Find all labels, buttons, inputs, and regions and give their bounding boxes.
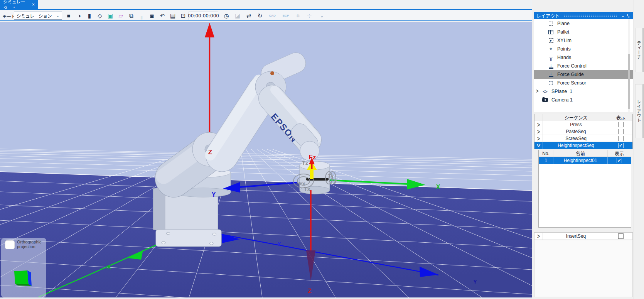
expand-chevron-icon[interactable]: > (537, 232, 540, 240)
sequence-table: シーケンス 表示 > Press > PasteSeq > ScrewSeq >… (534, 114, 633, 149)
expand-chevron-icon[interactable]: > (537, 121, 540, 128)
view-plane-icon[interactable]: ◇ (96, 12, 104, 20)
cad-icon[interactable]: CAD (267, 12, 277, 20)
camera-object-icon (542, 97, 548, 103)
sequence-row-press[interactable]: > Press (534, 121, 632, 128)
tree-item-hands[interactable]: ╥ Hands (534, 53, 633, 62)
tool-z-label: Z (308, 288, 312, 294)
tree-item-splane[interactable]: > ◇ SPlane_1 (534, 87, 633, 96)
tree-item-force-control[interactable]: ↓ Force Control (534, 62, 633, 70)
show-checkbox[interactable] (618, 122, 624, 127)
projection-overlay: Orthographic projection (1, 238, 46, 297)
insert-sequence-row[interactable]: > InsertSeq (534, 232, 633, 240)
layout-panel: レイアウト ⌄ Plane Pallet ▸ XYLim ⌖ Points (532, 0, 634, 299)
collapse-chevron-icon[interactable]: > (535, 144, 543, 147)
tree-item-force-guide[interactable]: ↓ Force Guide (534, 70, 633, 79)
tx-label: Tx (303, 186, 310, 192)
expand-chevron-icon[interactable]: > (537, 128, 540, 135)
tree-item-force-sensor[interactable]: Force Sensor (534, 79, 633, 87)
expand-chevron-icon[interactable]: > (536, 88, 538, 94)
xylim-icon: ▸ (548, 37, 554, 44)
jog-axes-icon[interactable]: ⇄ (245, 12, 253, 20)
sequence-row-heightinspectseq[interactable]: > HeightInspectSeq ✓ (534, 142, 632, 149)
step-table: No. 名前 表示 1 HeightInspect01 ✓ (538, 150, 631, 228)
sequence-column-header: シーケンス (543, 114, 609, 121)
tool-y-label: Y (212, 191, 216, 198)
show-checkbox-checked[interactable]: ✓ (618, 143, 624, 148)
show-objects-icon[interactable]: ▣ (106, 12, 114, 20)
tree-scrollbar-thumb[interactable] (628, 54, 630, 109)
close-icon[interactable]: × (32, 2, 35, 7)
side-tab-teach[interactable]: ティーチ (635, 28, 644, 72)
show-checkbox[interactable] (618, 136, 624, 141)
force-control-icon: ↓ (548, 63, 554, 69)
hand-icon[interactable]: ╥ (138, 12, 145, 20)
tz-label: Tz (302, 159, 309, 166)
ecp-icon[interactable]: ECP (281, 12, 291, 20)
viewport-3d[interactable]: EPSON Z X Y Y (0, 22, 532, 297)
show-checkbox[interactable] (618, 233, 624, 239)
snapshot-icon[interactable]: ⊡ (179, 12, 187, 20)
layout-panel-header[interactable]: レイアウト ⌄ (534, 12, 633, 19)
show-column-header: 表示 (608, 150, 631, 157)
splane-y-label: Y (473, 278, 477, 285)
viewport-bottom-strip (0, 297, 532, 299)
tree-item-plane[interactable]: Plane (534, 19, 633, 28)
sliders-icon[interactable]: ⌗ (294, 12, 302, 20)
tab-simulator[interactable]: シミュレーター * × (0, 0, 38, 9)
world-z-label: Z (208, 149, 212, 156)
expand-chevron-icon[interactable]: > (537, 135, 540, 142)
panel-empty-area (534, 240, 633, 297)
layout-panel-title: レイアウト (536, 12, 560, 19)
toolbar-group-tools: ◷ ◪ ⇄ ↻ CAD ECP ⌗ ⊹ (223, 10, 313, 21)
sequence-row-pasteseq[interactable]: > PasteSeq (534, 128, 632, 135)
toolbar-overflow-chevron-icon[interactable]: ⌄ (320, 14, 324, 19)
show-checkbox[interactable] (618, 129, 624, 134)
step-table-header: No. 名前 表示 (539, 150, 631, 157)
properties-icon[interactable]: ▤ (169, 12, 177, 20)
view-cylinder-icon[interactable]: ▮ (86, 12, 93, 20)
world-x-label: X (107, 264, 111, 270)
view-solid-icon[interactable]: ■ (65, 12, 72, 20)
show-checkbox-checked[interactable]: ✓ (617, 158, 622, 163)
layout-tree: Plane Pallet ▸ XYLim ⌖ Points ╥ Hands ↓ … (534, 19, 633, 112)
view-shaded-icon[interactable]: ◑ (75, 12, 83, 20)
timer-icon[interactable]: ◷ (223, 12, 230, 20)
side-tab-layout[interactable]: レイアウト (635, 84, 644, 138)
mode-dropdown-value: シミュレーション (17, 13, 52, 19)
hands-icon: ╥ (548, 54, 554, 61)
sequence-row-screwseq[interactable]: > ScrewSeq (534, 135, 632, 142)
points-icon: ⌖ (548, 46, 554, 52)
tree-item-points[interactable]: ⌖ Points (534, 45, 633, 53)
tree-item-pallet[interactable]: Pallet (534, 28, 633, 36)
no-column-header: No. (539, 150, 553, 157)
copy-object-icon[interactable]: ⧉ (127, 12, 135, 20)
view-cube-icon[interactable] (13, 269, 34, 287)
tree-item-camera[interactable]: Camera 1 (534, 96, 633, 104)
eraser-icon[interactable]: ◪ (234, 12, 241, 20)
drag-grip-icon[interactable] (563, 14, 617, 17)
mode-dropdown[interactable]: シミュレーション ⌄ (14, 12, 62, 20)
side-tab-strip: ティーチ レイアウト (634, 0, 644, 299)
pallet-icon (548, 29, 554, 35)
force-sensor-icon (548, 80, 554, 86)
robot-elbow-led (270, 71, 274, 75)
camera-icon[interactable]: ◙ (148, 12, 156, 20)
undo-icon[interactable]: ↶ (158, 12, 166, 20)
pin-icon[interactable] (627, 14, 631, 17)
step-row-heightinspect01[interactable]: 1 HeightInspect01 ✓ (539, 157, 631, 164)
show-planes-icon[interactable]: ▱ (117, 12, 125, 20)
tree-scrollbar[interactable] (628, 19, 630, 112)
pan-group-icon[interactable]: ⊹ (305, 12, 313, 20)
orthographic-checkbox[interactable] (5, 240, 15, 249)
tree-item-xylim[interactable]: ▸ XYLim (534, 36, 633, 45)
panel-chevron-icon[interactable]: ⌄ (621, 14, 625, 18)
simulator-window: シミュレーター * × ⌄ モード: シミュレーション ⌄ ■ ◑ ▮ ◇ ▣ … (0, 0, 644, 299)
orthographic-label: Orthographic projection (17, 240, 42, 249)
tool-x-label: X (436, 184, 440, 190)
plane-icon (548, 20, 554, 27)
force-guide-icon: ↓ (548, 71, 554, 78)
rotate-view-icon[interactable]: ↻ (256, 12, 264, 20)
fy-label: Fy (331, 178, 337, 184)
show-column-header: 表示 (609, 114, 632, 121)
